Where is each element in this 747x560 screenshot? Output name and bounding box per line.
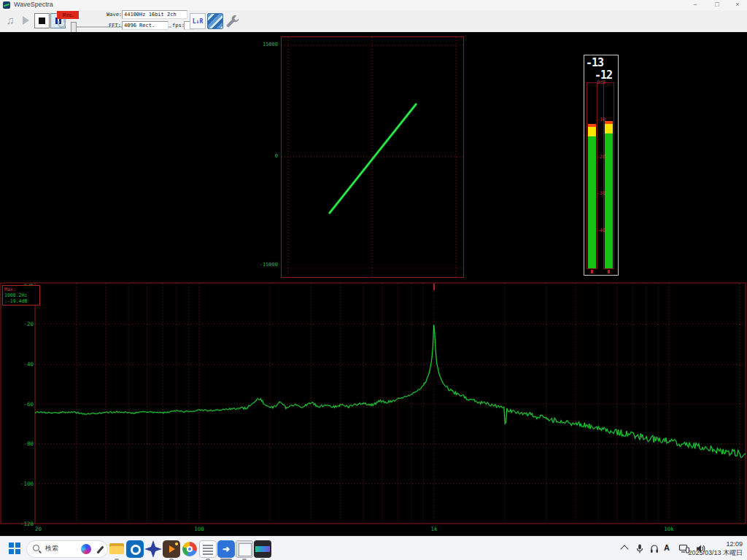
loop-button[interactable] — [58, 20, 66, 28]
meter-scale-label: -30 — [597, 190, 605, 196]
taskbar: 検索 ➜ — [0, 536, 747, 560]
level-bar-left — [587, 82, 597, 269]
rec-status-badge: Rec. — [57, 11, 79, 19]
tray-chevron-up-icon[interactable] — [620, 545, 628, 553]
taskbar-video-app-icon[interactable] — [254, 540, 271, 558]
spectrum-y-label: -20 — [23, 321, 34, 327]
meter-scale-label: -10 — [597, 117, 605, 122]
tray-clock[interactable]: 12:09 2025/03/13 木曜日 — [687, 540, 743, 557]
maximize-button[interactable]: □ — [711, 0, 724, 9]
app-icon — [3, 1, 10, 9]
lissajous-ymax-label: 15000 — [249, 42, 278, 47]
meter-bottom-tick-left — [591, 270, 593, 273]
wrench-icon — [225, 13, 241, 29]
open-file-button[interactable]: ♫ — [1, 12, 19, 29]
lissajous-zero-label: 0 — [249, 153, 278, 159]
meter-scale-label: -40 — [597, 228, 605, 233]
spectrum-y-label: -100 — [20, 481, 34, 487]
meter-segment — [605, 133, 613, 268]
fps-label: fps: — [172, 23, 185, 28]
spectrum-y-label: -60 — [23, 401, 34, 408]
search-highlights-icon — [81, 544, 91, 554]
meter-segment — [588, 127, 596, 136]
meter-segment — [605, 124, 613, 133]
settings-wrench-button[interactable] — [225, 13, 241, 29]
meter-bottom-tick-right — [608, 270, 610, 273]
close-button[interactable]: × — [731, 0, 744, 9]
max-frequency: 1000.2Hz — [4, 292, 38, 298]
max-readout-box: Max: 1000.2Hz :-19.4dB — [2, 285, 40, 306]
ime-mode-indicator[interactable]: A — [664, 543, 670, 552]
taskbar-audio-app-icon[interactable] — [144, 540, 162, 558]
fft-settings-field: 4096 Rect. — [122, 21, 169, 30]
taskbar-notepad-icon[interactable] — [199, 540, 217, 558]
meter-segment — [588, 136, 596, 268]
wave-format-field: 44100Hz 16bit 2ch — [122, 10, 187, 19]
spectrum-x-label: 20 — [35, 526, 42, 532]
spectrum-x-label: 1k — [431, 526, 438, 532]
taskbar-media-player-icon[interactable] — [163, 540, 180, 558]
max-label: Max: — [4, 287, 38, 292]
stop-button[interactable] — [34, 13, 50, 28]
spectrum-x-label: 10k — [664, 526, 674, 532]
toolbar: ♫ Rec. Wave: 44100Hz 16bit 2ch FFT: 4096… — [0, 10, 747, 33]
level-bar-right — [603, 82, 614, 269]
client-area: 15000 0 -15000 -13 -12 0dB-10-20-30-40 0… — [0, 32, 747, 536]
level-meter-panel: -13 -12 0dB-10-20-30-40 — [584, 55, 619, 276]
clock-date: 2025/03/13 木曜日 — [687, 548, 743, 557]
spectrum-plot: 0dB-20-40-60-80-100-120201001k10k — [0, 281, 747, 534]
wavespectra-screen: WaveSpectra − □ × ♫ Rec. Wave: 44100Hz 1… — [0, 0, 747, 560]
wave-label: Wave: — [107, 12, 122, 18]
search-box[interactable]: 検索 — [26, 540, 108, 558]
lissajous-trace — [330, 104, 416, 213]
lr-channel-button[interactable]: L↓R — [190, 13, 206, 29]
spectrum-y-label: -40 — [23, 361, 34, 368]
spectrum-trace — [35, 325, 746, 458]
meter-scale-label: 0dB — [597, 79, 605, 85]
clock-time: 12:09 — [687, 540, 743, 548]
taskbar-system-window-icon[interactable] — [236, 540, 253, 558]
search-pen-icon — [96, 545, 104, 553]
peak-value-left: -13 — [586, 56, 603, 69]
taskbar-file-explorer-icon[interactable] — [108, 540, 125, 558]
tray-microphone-icon[interactable] — [635, 543, 645, 557]
meter-scale-label: -20 — [597, 154, 605, 160]
max-level: :-19.4dB — [4, 298, 38, 304]
spectrum-y-label: -120 — [20, 521, 34, 527]
spectrum-y-label: -80 — [23, 440, 34, 447]
tray-headphones-icon[interactable] — [649, 543, 659, 557]
play-button[interactable] — [23, 16, 29, 25]
stop-icon — [39, 18, 45, 24]
fft-label: FFT: — [109, 23, 121, 28]
start-button[interactable] — [9, 542, 20, 554]
lissajous-plot — [281, 36, 464, 278]
lissajous-ymin-label: -15000 — [249, 262, 278, 268]
minimize-button[interactable]: − — [689, 0, 702, 9]
title-bar: WaveSpectra − □ × — [0, 0, 747, 11]
taskbar-wavespectra-icon[interactable]: ➜ — [217, 540, 235, 558]
position-slider-thumb[interactable] — [71, 22, 77, 33]
window-title: WaveSpectra — [14, 1, 53, 8]
spectrum-x-label: 100 — [194, 526, 204, 532]
display-settings-button[interactable] — [207, 13, 223, 29]
taskbar-outlook-icon[interactable] — [126, 540, 144, 558]
search-icon — [33, 545, 39, 551]
taskbar-chrome-icon[interactable] — [181, 540, 198, 558]
search-placeholder: 検索 — [45, 544, 58, 553]
